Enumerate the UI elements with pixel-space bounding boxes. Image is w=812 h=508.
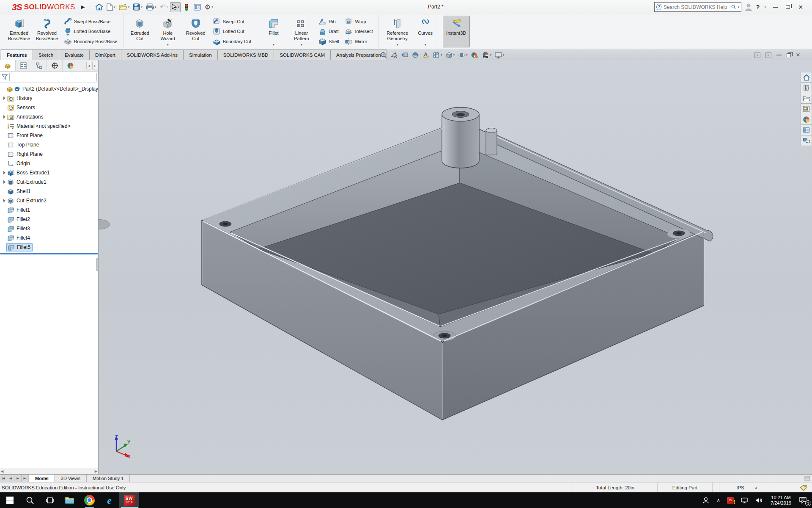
- volume-tray-icon[interactable]: [752, 492, 765, 508]
- display-style-dropdown-icon[interactable]: ▾: [453, 53, 455, 57]
- tab-solidworks-add-ins[interactable]: SOLIDWORKS Add-Ins: [121, 50, 184, 60]
- instant3d-button[interactable]: Instant3D: [443, 16, 470, 47]
- new-dropdown-icon[interactable]: ▾: [114, 6, 115, 9]
- draft-button[interactable]: Draft: [316, 27, 341, 36]
- edit-appearance-button[interactable]: [470, 51, 480, 59]
- prev-tab-button[interactable]: ◀: [7, 475, 14, 482]
- taskpane-home-button[interactable]: [801, 72, 812, 83]
- hide-show-items-button[interactable]: ▾: [457, 51, 469, 59]
- extruded-cut-button[interactable]: Extruded Cut: [126, 16, 154, 47]
- tree-item-fillet3[interactable]: Fillet3: [0, 224, 98, 233]
- tree-item-shell1[interactable]: Shell1: [0, 187, 98, 196]
- next-tab-button[interactable]: ▶: [14, 475, 22, 482]
- graphics-viewport[interactable]: Z Y X: [99, 60, 812, 474]
- section-view-button[interactable]: [411, 51, 420, 59]
- apply-scene-button[interactable]: ▾: [481, 51, 493, 59]
- property-manager-tab[interactable]: [16, 60, 31, 71]
- boundary-boss-base-button[interactable]: Boundary Boss/Base: [62, 37, 120, 46]
- login-user-icon[interactable]: [745, 3, 752, 11]
- panel-splitter-handle[interactable]: [96, 258, 99, 271]
- people-button[interactable]: [700, 492, 712, 508]
- help-button[interactable]: ?: [756, 3, 760, 11]
- tree-item-fillet5[interactable]: Fillet5: [0, 243, 98, 252]
- collapse-pane-left-button[interactable]: ◂: [754, 52, 760, 58]
- tree-item-annotations[interactable]: A Annotations: [0, 112, 98, 121]
- file-properties-button[interactable]: [192, 2, 203, 12]
- fillet-button[interactable]: Fillet ▾: [260, 16, 288, 47]
- scroll-left-arrow-icon[interactable]: ◀: [1, 469, 3, 473]
- tree-item-fillet2[interactable]: Fillet2: [0, 215, 98, 224]
- hole-wizard-dropdown-icon[interactable]: ▾: [167, 43, 169, 47]
- display-manager-tab[interactable]: [63, 60, 78, 71]
- open-dropdown-icon[interactable]: ▾: [128, 6, 130, 9]
- solidworks-forum-button[interactable]: [801, 135, 812, 146]
- previous-view-button[interactable]: [400, 51, 409, 59]
- tree-item-origin[interactable]: Origin: [0, 159, 98, 168]
- filter-funnel-icon[interactable]: [1, 74, 8, 80]
- undo-dropdown-icon[interactable]: ▾: [167, 6, 168, 9]
- expand-arrow-icon[interactable]: [2, 115, 7, 119]
- expand-arrow-icon[interactable]: [2, 171, 7, 174]
- doc-close-button[interactable]: ×: [796, 51, 800, 59]
- fillet-dropdown-icon[interactable]: ▾: [273, 43, 274, 47]
- tab-solidworks-mbd[interactable]: SOLIDWORKS MBD: [217, 50, 274, 60]
- print-button[interactable]: ▾: [145, 2, 158, 12]
- lofted-boss-base-button[interactable]: Lofted Boss/Base: [62, 27, 120, 36]
- linear-pattern-button[interactable]: Linear Pattern ▾: [288, 16, 315, 47]
- tab-evaluate[interactable]: Evaluate: [59, 50, 90, 60]
- tags-button[interactable]: [774, 483, 812, 492]
- search-icon[interactable]: [731, 4, 736, 10]
- file-explorer-taskbar-button[interactable]: [60, 492, 80, 508]
- rollback-bar[interactable]: [0, 253, 98, 254]
- first-tab-button[interactable]: |◀: [0, 475, 7, 482]
- menu-flyout-icon[interactable]: ▶: [81, 4, 85, 10]
- tree-item-top-plane[interactable]: Top Plane: [0, 140, 98, 149]
- search-dropdown-icon[interactable]: ▾: [738, 6, 740, 9]
- tab-features[interactable]: Features: [1, 50, 33, 60]
- boundary-cut-button[interactable]: Boundary Cut: [211, 37, 253, 46]
- fm-tab-scroll-right-button[interactable]: ▸: [92, 62, 97, 69]
- model-tab[interactable]: Model: [29, 475, 55, 482]
- linear-pattern-dropdown-icon[interactable]: ▾: [301, 43, 302, 47]
- tab-solidworks-cam[interactable]: SOLIDWORKS CAM: [274, 50, 331, 60]
- expand-arrow-icon[interactable]: [2, 199, 7, 202]
- view-settings-button[interactable]: ▾: [494, 51, 505, 59]
- save-dropdown-icon[interactable]: ▾: [141, 6, 143, 9]
- view-orientation-dropdown-icon[interactable]: ▾: [441, 53, 442, 57]
- rib-button[interactable]: Rib: [316, 17, 341, 26]
- tree-item-part2[interactable]: Part2 (Default<<Default>_Display: [0, 84, 98, 94]
- wrap-button[interactable]: ab Wrap: [343, 17, 375, 26]
- save-button[interactable]: ▾: [132, 2, 144, 12]
- start-button[interactable]: [0, 492, 20, 508]
- hide-show-dropdown-icon[interactable]: ▾: [466, 53, 468, 57]
- view-settings-dropdown-icon[interactable]: ▾: [503, 53, 505, 57]
- hidden-icons-chevron[interactable]: ∧: [714, 492, 723, 508]
- doc-minimize-button[interactable]: [776, 55, 782, 55]
- expand-arrow-icon[interactable]: [2, 180, 7, 184]
- network-tray-icon[interactable]: [738, 492, 751, 508]
- chrome-taskbar-button[interactable]: [80, 492, 99, 508]
- task-view-button[interactable]: [40, 492, 60, 508]
- tree-item-material[interactable]: Material <not specified>: [0, 121, 98, 131]
- reference-geometry-dropdown-icon[interactable]: ▾: [397, 43, 398, 47]
- tree-item-boss-extrude1[interactable]: Boss-Extrude1: [0, 168, 98, 177]
- options-button[interactable]: ⚙ ▾: [203, 2, 214, 12]
- options-dropdown-icon[interactable]: ▾: [211, 6, 213, 9]
- dimxpert-manager-tab[interactable]: [47, 60, 63, 71]
- last-tab-button[interactable]: ▶|: [22, 475, 29, 482]
- reference-geometry-button[interactable]: Reference Geometry ▾: [381, 16, 414, 47]
- view-orientation-button[interactable]: ▾: [432, 51, 443, 59]
- search-input[interactable]: [664, 4, 729, 10]
- revolved-boss-base-button[interactable]: Revolved Boss/Base: [33, 16, 61, 47]
- restore-button[interactable]: [783, 3, 793, 11]
- internet-explorer-taskbar-button[interactable]: e: [99, 492, 119, 508]
- apply-scene-dropdown-icon[interactable]: ▾: [490, 53, 492, 57]
- appearances-scenes-button[interactable]: [801, 114, 812, 125]
- solidworks-tray-icon[interactable]: S!: [724, 492, 736, 508]
- undo-button[interactable]: ↶ ▾: [158, 2, 169, 12]
- tab-analysis-preparation[interactable]: Analysis Preparation: [330, 50, 387, 60]
- tree-item-cut-extrude2[interactable]: Cut-Extrude2: [0, 196, 98, 205]
- zoom-to-area-button[interactable]: [390, 51, 399, 59]
- action-center-button[interactable]: 3: [796, 492, 811, 508]
- select-dropdown-icon[interactable]: ▾: [178, 6, 179, 9]
